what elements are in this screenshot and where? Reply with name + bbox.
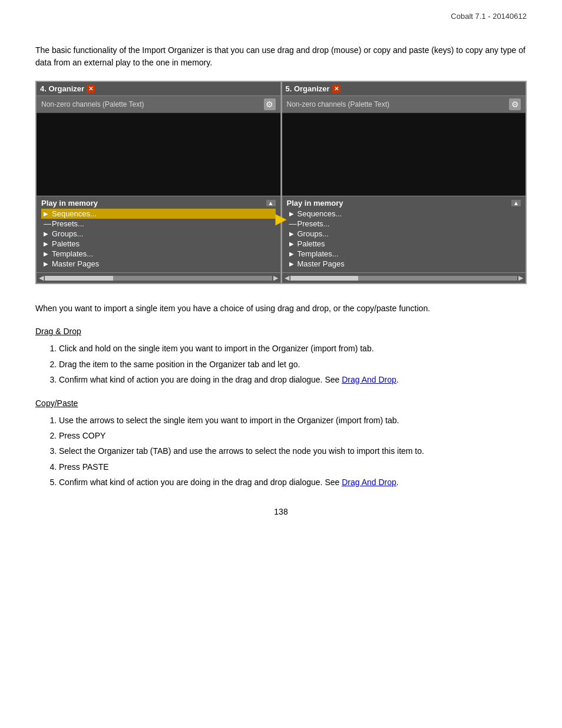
left-palette-bar: Non-zero channels (Palette Text) ⚙ [37, 95, 280, 113]
copy-paste-list: Use the arrows to select the single item… [59, 414, 527, 489]
right-item-palettes[interactable]: ▶ Palettes [287, 239, 521, 249]
right-scroll-up[interactable]: ▲ [511, 200, 521, 206]
left-arrow-groups: ▶ [44, 230, 49, 237]
left-title-bar: 4. Organizer ✕ [37, 82, 280, 95]
right-item-groups[interactable]: ▶ Groups... [287, 229, 521, 239]
left-gear-icon[interactable]: ⚙ [264, 98, 276, 110]
copy-paste-heading: Copy/Paste [35, 398, 527, 408]
left-scroll-bar: ◀ ▶ [37, 272, 280, 283]
intro-text: The basic functionality of the Import Or… [35, 44, 527, 69]
left-arrow-palettes: ▶ [44, 241, 49, 247]
right-close-button[interactable]: ✕ [332, 85, 340, 93]
right-scroll-bar: ◀ ▶ [282, 272, 526, 283]
right-organizer-panel: 5. Organizer ✕ Non-zero channels (Palett… [282, 82, 526, 283]
left-scroll-track [45, 276, 272, 281]
header-title: Cobalt 7.1 - 20140612 [451, 12, 527, 21]
right-palette-bar: Non-zero channels (Palette Text) ⚙ [282, 95, 526, 113]
left-scroll-thumb [45, 276, 113, 281]
left-organizer-panel: 4. Organizer ✕ Non-zero channels (Palett… [37, 82, 281, 283]
right-arrow-palettes: ▶ [289, 241, 295, 247]
left-arrow-templates: ▶ [44, 251, 49, 257]
drag-drop-link-1[interactable]: Drag And Drop [342, 375, 396, 384]
right-title-bar: 5. Organizer ✕ [282, 82, 526, 95]
left-play-section: Play in memory ▲ ▶ Sequences... — Preset… [37, 196, 280, 272]
right-item-presets[interactable]: — Presets... [287, 219, 521, 229]
left-dash-presets: — [44, 219, 49, 228]
right-item-masterpages[interactable]: ▶ Master Pages [287, 259, 521, 269]
right-scroll-thumb [290, 276, 359, 281]
page-header: Cobalt 7.1 - 20140612 [35, 12, 527, 21]
page-number: 138 [35, 507, 527, 516]
right-arrow-groups: ▶ [289, 230, 295, 237]
copy-paste-item-1: Use the arrows to select the single item… [59, 414, 527, 427]
right-scroll-track [290, 276, 518, 281]
left-close-button[interactable]: ✕ [87, 85, 95, 93]
right-arrow-templates: ▶ [289, 251, 295, 257]
right-palette-label: Non-zero channels (Palette Text) [287, 100, 390, 108]
left-organizer-content [37, 113, 280, 196]
organizer-panels: 4. Organizer ✕ Non-zero channels (Palett… [35, 81, 527, 284]
right-arrow-masterpages: ▶ [289, 261, 295, 267]
drag-drop-item-1: Click and hold on the single item you wa… [59, 342, 527, 355]
copy-paste-item-3: Select the Organizer tab (TAB) and use t… [59, 444, 527, 457]
left-item-sequences[interactable]: ▶ Sequences... [41, 209, 276, 219]
when-text: When you want to import a single item yo… [35, 302, 527, 315]
copy-paste-item-5: Confirm what kind of action you are doin… [59, 476, 527, 489]
left-title: 4. Organizer ✕ [40, 84, 95, 93]
left-arrow-sequences: ▶ [44, 210, 49, 217]
left-item-templates[interactable]: ▶ Templates... [41, 249, 276, 259]
drag-drop-list: Click and hold on the single item you wa… [59, 342, 527, 386]
left-play-label: Play in memory [41, 199, 98, 207]
right-item-sequences[interactable]: ▶ Sequences... [287, 209, 521, 219]
left-scroll-left[interactable]: ◀ [39, 274, 44, 282]
left-arrow-masterpages: ▶ [44, 261, 49, 267]
right-scroll-right[interactable]: ▶ [518, 274, 523, 282]
drag-drop-item-3: Confirm what kind of action you are doin… [59, 373, 527, 386]
left-item-masterpages[interactable]: ▶ Master Pages [41, 259, 276, 269]
drag-drop-heading: Drag & Drop [35, 327, 527, 336]
copy-paste-item-4: Press PASTE [59, 460, 527, 473]
right-item-templates[interactable]: ▶ Templates... [287, 249, 521, 259]
right-title: 5. Organizer ✕ [286, 84, 340, 93]
left-item-groups[interactable]: ▶ Groups... [41, 229, 276, 239]
right-play-label: Play in memory [287, 199, 343, 207]
right-gear-icon[interactable]: ⚙ [509, 98, 521, 110]
right-arrow-sequences: ▶ [289, 210, 295, 217]
right-scroll-left[interactable]: ◀ [285, 274, 289, 282]
right-tree-items: ▶ Sequences... — Presets... ▶ Groups... … [287, 207, 521, 270]
right-organizer-content [282, 113, 526, 196]
right-play-section: Play in memory ▲ ▶ Sequences... — Preset… [282, 196, 526, 272]
left-palette-label: Non-zero channels (Palette Text) [41, 100, 144, 108]
left-scroll-right[interactable]: ▶ [273, 274, 278, 282]
left-item-palettes[interactable]: ▶ Palettes [41, 239, 276, 249]
left-tree-items: ▶ Sequences... — Presets... ▶ Groups... … [41, 207, 276, 270]
drag-drop-item-2: Drag the item to the same position in th… [59, 358, 527, 371]
screenshot-wrapper: 4. Organizer ✕ Non-zero channels (Palett… [35, 81, 527, 284]
right-dash-presets: — [289, 219, 295, 228]
left-scroll-up[interactable]: ▲ [266, 200, 276, 206]
copy-paste-item-2: Press COPY [59, 429, 527, 442]
drag-drop-link-2[interactable]: Drag And Drop [342, 477, 396, 487]
left-item-presets[interactable]: — Presets... [41, 219, 276, 229]
